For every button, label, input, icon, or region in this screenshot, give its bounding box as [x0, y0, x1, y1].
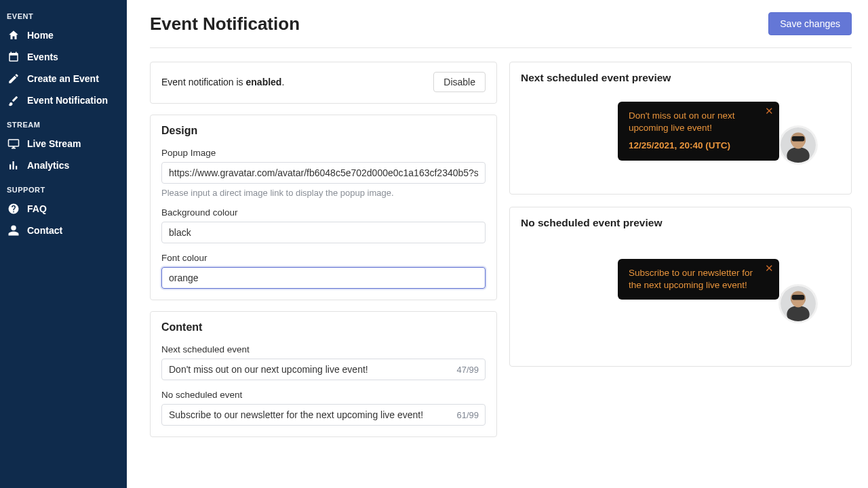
background-colour-input[interactable] — [161, 222, 486, 243]
svg-rect-7 — [787, 306, 809, 321]
calendar-icon — [7, 50, 20, 64]
preview-none-message: Subscribe to our newsletter for the next… — [629, 268, 753, 290]
sidebar-item-label: Event Notification — [27, 95, 108, 106]
svg-rect-4 — [792, 136, 805, 141]
svg-rect-9 — [792, 295, 805, 300]
sidebar: EVENT Home Events Create an Event Event … — [0, 0, 127, 488]
avatar — [779, 285, 817, 323]
preview-none-card: No scheduled event preview ✕ Subscribe t… — [509, 207, 852, 367]
main: Event Notification Save changes Event no… — [127, 0, 868, 488]
sidebar-item-label: Create an Event — [27, 73, 99, 84]
design-card: Design Popup Image Please input a direct… — [150, 115, 497, 300]
sidebar-item-event-notification[interactable]: Event Notification — [0, 89, 127, 111]
popup-image-help: Please input a direct image link to disp… — [161, 188, 486, 198]
content-title: Content — [161, 321, 486, 333]
preview-none-title: No scheduled event preview — [521, 217, 840, 229]
sidebar-item-label: Analytics — [27, 160, 69, 171]
svg-rect-2 — [787, 148, 809, 163]
sidebar-item-faq[interactable]: FAQ — [0, 198, 127, 220]
sidebar-item-analytics[interactable]: Analytics — [0, 155, 127, 176]
preview-none-tooltip: ✕ Subscribe to our newsletter for the ne… — [618, 259, 779, 300]
page-header: Event Notification Save changes — [150, 12, 852, 48]
status-text: Event notification is enabled. — [161, 77, 284, 87]
sidebar-item-live-stream[interactable]: Live Stream — [0, 133, 127, 155]
close-icon[interactable]: ✕ — [765, 106, 774, 116]
preview-next-message: Don't miss out on our next upcoming live… — [629, 110, 734, 133]
avatar — [779, 126, 817, 164]
sidebar-section-support: SUPPORT — [0, 180, 127, 198]
sidebar-item-contact[interactable]: Contact — [0, 220, 127, 241]
home-icon — [7, 28, 20, 42]
person-icon — [7, 224, 20, 237]
sidebar-section-event: EVENT — [0, 7, 127, 24]
popup-image-label: Popup Image — [161, 148, 486, 158]
font-colour-input[interactable] — [161, 267, 486, 289]
next-event-input[interactable] — [161, 359, 486, 380]
sidebar-item-create-event[interactable]: Create an Event — [0, 68, 127, 89]
page-title: Event Notification — [150, 14, 300, 35]
popup-image-input[interactable] — [161, 162, 486, 184]
question-icon — [7, 202, 20, 216]
monitor-icon — [7, 137, 20, 150]
next-event-label: Next scheduled event — [161, 344, 486, 354]
close-icon[interactable]: ✕ — [765, 263, 774, 273]
barchart-icon — [7, 159, 20, 172]
preview-next-tooltip: ✕ Don't miss out on our next upcoming li… — [618, 102, 779, 161]
preview-next-card: Next scheduled event preview ✕ Don't mis… — [509, 62, 852, 195]
no-event-input[interactable] — [161, 404, 486, 426]
no-event-label: No scheduled event — [161, 390, 486, 400]
status-card: Event notification is enabled. Disable — [150, 62, 497, 104]
edit-icon — [7, 72, 20, 85]
font-colour-label: Font colour — [161, 253, 486, 263]
sidebar-section-stream: STREAM — [0, 115, 127, 133]
sidebar-item-label: Contact — [27, 225, 62, 236]
disable-button[interactable]: Disable — [433, 72, 486, 92]
preview-next-title: Next scheduled event preview — [521, 72, 840, 84]
save-button[interactable]: Save changes — [768, 12, 852, 35]
background-colour-label: Background colour — [161, 207, 486, 218]
brush-icon — [7, 94, 20, 107]
preview-next-timestamp: 12/25/2021, 20:40 (UTC) — [629, 140, 760, 152]
sidebar-item-label: Home — [27, 30, 54, 41]
content-card: Content Next scheduled event 47/99 No sc… — [150, 311, 497, 437]
sidebar-item-home[interactable]: Home — [0, 24, 127, 46]
sidebar-item-label: Events — [27, 52, 58, 62]
design-title: Design — [161, 125, 486, 137]
sidebar-item-label: FAQ — [27, 203, 47, 214]
sidebar-item-events[interactable]: Events — [0, 46, 127, 68]
sidebar-item-label: Live Stream — [27, 138, 81, 149]
